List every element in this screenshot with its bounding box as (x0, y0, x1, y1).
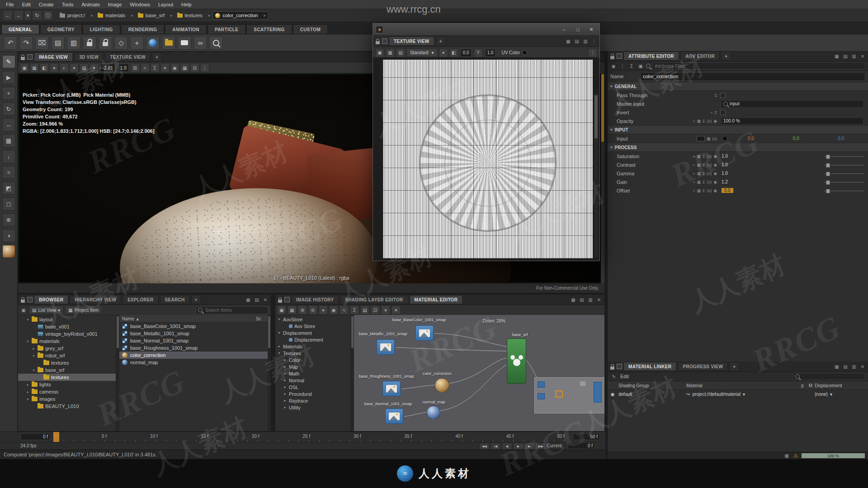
lock-icon[interactable] (376, 41, 380, 44)
shading-group-cell[interactable]: default (618, 392, 686, 397)
me-clear-icon[interactable]: ✕ (392, 305, 401, 314)
menu-item[interactable]: Windows (126, 0, 154, 9)
node-basecolor-map[interactable] (415, 325, 434, 341)
expand-icon[interactable]: ▸ (283, 378, 287, 382)
tex-gamma-field[interactable]: 1.0 (485, 49, 496, 57)
master-input-field[interactable]: input (721, 100, 863, 108)
node-base-srf[interactable] (507, 338, 526, 384)
folder-icon[interactable] (162, 36, 175, 50)
me-remove-node-icon[interactable]: ⊖ (308, 305, 317, 314)
lock-icon[interactable] (21, 57, 25, 60)
slider-handle[interactable] (826, 172, 830, 176)
pin-checkbox-icon[interactable] (27, 297, 33, 302)
node-category-item[interactable]: ▸Normal (275, 377, 350, 384)
displacement-column[interactable]: Displacement (815, 383, 868, 388)
menu-item[interactable]: Create (35, 0, 58, 9)
tab-texture-view[interactable]: TEXTURE VIEW (389, 37, 434, 46)
panel-tab[interactable]: + (152, 52, 162, 61)
pin-checkbox-icon[interactable] (382, 38, 387, 44)
pass-through-checkbox[interactable] (720, 93, 726, 98)
scrollbar-thumb[interactable] (117, 316, 119, 348)
redo-icon[interactable]: ↷ (19, 36, 33, 50)
saturation-value[interactable]: 1.0 (722, 154, 750, 159)
tree-item[interactable]: ▸lights (18, 381, 116, 388)
region-tool-icon[interactable]: ◻ (2, 197, 15, 211)
sigma-icon[interactable]: Σ (714, 93, 717, 98)
name-field[interactable] (640, 72, 865, 81)
expression-icon[interactable]: (x) (707, 163, 712, 167)
me-add-node-icon[interactable]: ⊕ (298, 305, 307, 314)
sigma-icon[interactable]: Σ (703, 180, 705, 184)
node-normal-map[interactable] (385, 408, 403, 424)
curve-tool-icon[interactable]: ≈ (2, 166, 15, 179)
list-scrollbar[interactable] (268, 315, 271, 431)
current-frame-field[interactable]: 0 f (568, 442, 595, 449)
curve-icon[interactable]: ≈ (693, 119, 695, 123)
texture-view-window[interactable]: ◆ – □ ✕ TEXTURE VIEW + ▦ ▤ ▥ ⋮ ▣ ▦ ▤ Sta… (373, 23, 600, 261)
vp-split-icon[interactable]: ◧ (40, 63, 49, 72)
scrollbar-thumb[interactable] (601, 74, 604, 142)
browser-search-box[interactable] (196, 306, 268, 314)
slider-handle[interactable] (826, 155, 830, 159)
curve-icon[interactable]: ≈ (693, 188, 695, 193)
vp-settings-icon[interactable]: ⋮ (200, 63, 209, 72)
vp-layout-icon[interactable]: ▦ (30, 63, 39, 72)
expand-icon[interactable]: ▸ (283, 405, 287, 409)
combine-icon[interactable]: + (130, 36, 144, 50)
sigma-icon[interactable]: Σ (703, 188, 705, 193)
section-general[interactable]: ▾GENERAL (608, 82, 868, 91)
tex-rows-icon[interactable]: ▤ (396, 48, 405, 57)
panel-tab[interactable]: MATERIAL LINKER (623, 362, 676, 371)
expression-icon[interactable]: (x) (707, 171, 712, 176)
slider-handle[interactable] (826, 163, 830, 168)
breadcrumb-item[interactable]: project:/ (57, 12, 95, 19)
node-graph-canvas[interactable]: Zoom: 28% base_BaseColor_1001_smap base_… (354, 315, 604, 431)
window-title-bar[interactable]: ◆ – □ ✕ (373, 23, 599, 36)
layout-rows-icon[interactable]: ▤ (573, 38, 580, 44)
menu-item[interactable]: Animate (77, 0, 104, 9)
contrast-slider[interactable] (825, 163, 863, 167)
forward-icon[interactable]: → (14, 10, 24, 20)
eye-icon[interactable]: ◉ (713, 180, 717, 184)
layout-grid-icon[interactable]: ▦ (833, 53, 840, 59)
vp-wave-icon[interactable]: ≈ (141, 63, 150, 72)
expand-icon[interactable]: ▸ (277, 344, 281, 348)
panel-tab[interactable]: TEXTURE VIEW (105, 52, 151, 61)
layout-cols-icon[interactable]: ▥ (587, 296, 594, 303)
drop-tool-icon[interactable]: ↓ (2, 150, 15, 163)
list-item[interactable]: normal_map (119, 359, 268, 366)
displacement-cell[interactable]: (none)▾ (815, 392, 868, 397)
category-scrollbar[interactable] (351, 315, 354, 431)
attr-sigma-icon[interactable]: Σ (628, 63, 635, 69)
texture-icon[interactable]: ▦ (697, 188, 701, 193)
localize-node-icon[interactable]: ▥ (67, 36, 80, 50)
node-category-item[interactable]: ▾Displacement (275, 329, 350, 336)
play-backward-button[interactable]: ◀ (502, 443, 512, 450)
rotate-tool-icon[interactable]: ↻ (2, 103, 15, 116)
gamma-field[interactable]: 1.0 (118, 64, 129, 72)
layout-grid-icon[interactable]: ▦ (570, 296, 577, 303)
input-green-value[interactable]: 0.0 (774, 136, 819, 141)
browser-pin-icon[interactable]: ▣ (20, 307, 27, 313)
vp-compare-icon[interactable]: ⊟ (190, 63, 199, 72)
tree-item[interactable]: ▸cameras (18, 388, 116, 395)
breadcrumb-item[interactable]: color_correction (212, 11, 269, 19)
scope-column-header[interactable]: Sc (254, 316, 268, 321)
add-tool-icon[interactable]: ⊕ (2, 213, 15, 226)
vp-channel-dropdown-icon[interactable]: ▾ (90, 63, 99, 72)
panel-tab[interactable]: EXPLORER (123, 295, 158, 304)
list-item[interactable]: base_BaseColor_1001_smap (119, 323, 268, 330)
invert-checkbox[interactable] (720, 110, 726, 115)
swatch-dropdown-icon[interactable]: ▾ (439, 48, 448, 57)
vp-aov-dropdown-icon[interactable]: ▾ (160, 63, 170, 72)
texture-canvas-area[interactable] (373, 57, 599, 261)
go-end-button[interactable]: ▶▶ (536, 443, 546, 450)
pin-checkbox-icon[interactable] (617, 53, 622, 59)
panel-tab[interactable]: MATERIAL EDITOR (410, 295, 463, 304)
panel-tab[interactable]: + (191, 295, 201, 304)
panel-tab[interactable]: BROWSER (34, 295, 68, 304)
me-focus-icon[interactable]: ◉ (329, 305, 338, 314)
node-normal-map-sphere[interactable] (427, 406, 440, 419)
panel-tab[interactable]: + (721, 52, 731, 61)
vp-eye-icon[interactable]: ◉ (170, 63, 179, 72)
